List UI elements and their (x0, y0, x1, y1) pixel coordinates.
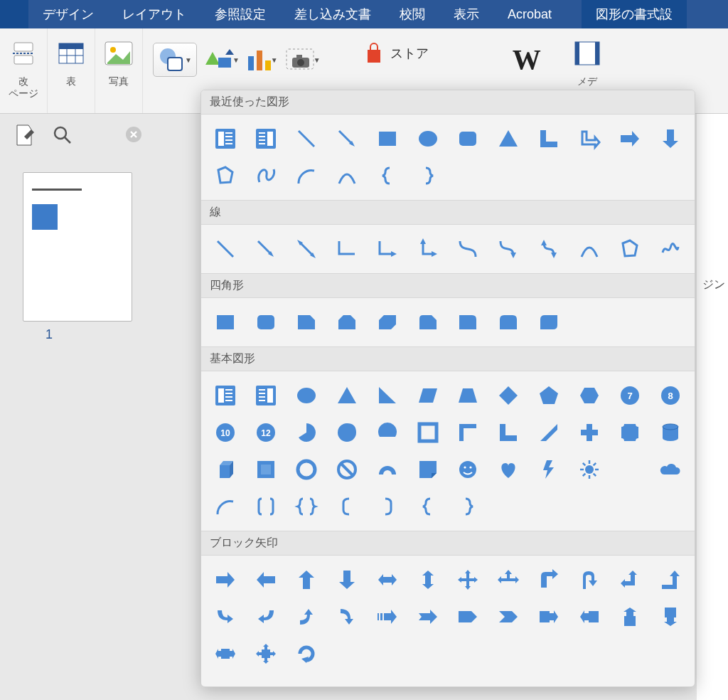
shape-snip-round[interactable] (407, 304, 448, 341)
shape-arc[interactable] (287, 157, 327, 194)
shape-right-arrow[interactable] (609, 120, 650, 157)
shape-vertical-text-box[interactable] (246, 120, 287, 157)
shape-pentagon[interactable] (529, 377, 569, 414)
shape-quad-arrow[interactable] (448, 561, 488, 598)
shape-left-up-arrow[interactable] (609, 561, 650, 598)
shape-elbow-arrow[interactable] (569, 120, 609, 157)
tab-references[interactable]: 参照設定 (200, 0, 280, 28)
shape-snip-single-corner[interactable] (287, 304, 327, 341)
screenshot-button[interactable]: ▼ (285, 48, 321, 72)
shape-snip-diag[interactable] (367, 304, 407, 341)
shape-curved-up[interactable] (287, 598, 327, 635)
store-button[interactable]: ストア (355, 43, 439, 64)
shape-plaque[interactable] (609, 414, 650, 451)
shape-curved-left[interactable] (246, 598, 287, 635)
shape-l-shape[interactable] (488, 414, 529, 451)
shape-chord[interactable] (367, 414, 407, 451)
shape-donut[interactable] (287, 451, 327, 488)
shape-smiley[interactable] (448, 451, 488, 488)
shape-chevron[interactable] (488, 598, 529, 635)
shape-frame[interactable] (407, 414, 448, 451)
wikipedia-button[interactable]: W (503, 43, 551, 76)
shape-text-box[interactable] (205, 377, 246, 414)
tab-design[interactable]: デザイン (28, 0, 108, 28)
shape-heptagon[interactable]: 7 (609, 377, 650, 414)
group-table[interactable]: 表 (48, 28, 95, 113)
shape-left-right-callout[interactable] (205, 635, 246, 672)
shape-sun[interactable] (569, 451, 609, 488)
shape-folded-corner[interactable] (407, 451, 448, 488)
shape-vertical-text-box[interactable] (246, 377, 287, 414)
shape-no-symbol[interactable] (326, 451, 367, 488)
shape-half-frame[interactable] (448, 414, 488, 451)
shape-left-right-arrow[interactable] (367, 561, 407, 598)
shape-curved-right[interactable] (205, 598, 246, 635)
shape-u-turn-arrow[interactable] (569, 561, 609, 598)
shape-freeform-scribble[interactable] (650, 230, 690, 267)
shape-round-single[interactable] (448, 304, 488, 341)
tab-layout[interactable]: レイアウト (108, 0, 200, 28)
shape-elbow-arrow-connector[interactable] (367, 230, 407, 267)
tab-mailmerge[interactable]: 差し込み文書 (280, 0, 385, 28)
shapes-dropdown-button[interactable]: ▼ (153, 43, 197, 77)
shape-elbow-connector[interactable] (326, 230, 367, 267)
tab-view[interactable]: 表示 (439, 0, 493, 28)
shape-up-arrow[interactable] (287, 561, 327, 598)
shape-curve-double-arrow[interactable] (529, 230, 569, 267)
shape-callout-up[interactable] (609, 598, 650, 635)
shape-l-shape[interactable] (529, 120, 569, 157)
close-pane-icon[interactable] (125, 126, 142, 147)
shape-oval[interactable] (407, 120, 448, 157)
shape-snip-same-side[interactable] (326, 304, 367, 341)
shape-freeform-loop[interactable] (246, 157, 287, 194)
shape-moon[interactable] (609, 451, 650, 488)
tab-acrobat[interactable]: Acrobat (493, 0, 566, 28)
group-page-break[interactable]: 改 ページ (0, 28, 48, 113)
shape-lightning[interactable] (529, 451, 569, 488)
shape-curved-down[interactable] (326, 598, 367, 635)
shape-right-brace[interactable] (448, 488, 488, 525)
shape-callout-right[interactable] (529, 598, 569, 635)
shape-can[interactable] (650, 414, 690, 451)
shape-trapezoid[interactable] (448, 377, 488, 414)
shape-diamond[interactable] (488, 377, 529, 414)
shape-pie[interactable] (287, 414, 327, 451)
shape-triangle[interactable] (488, 120, 529, 157)
shape-arrow[interactable] (246, 230, 287, 267)
shape-triangle[interactable] (326, 377, 367, 414)
shape-teardrop[interactable] (326, 414, 367, 451)
tab-shape-format[interactable]: 図形の書式設 (582, 0, 687, 28)
shape-rectangle[interactable] (367, 120, 407, 157)
shape-striped-right[interactable] (367, 598, 407, 635)
shape-block-arc[interactable] (367, 451, 407, 488)
shape-parallelogram[interactable] (407, 377, 448, 414)
shape-cube[interactable] (205, 451, 246, 488)
shape-notched-right[interactable] (407, 598, 448, 635)
shape-double-arrow[interactable] (287, 230, 327, 267)
shape-freeform-closed[interactable] (609, 230, 650, 267)
page-thumbnail[interactable] (23, 172, 132, 322)
shape-double-bracket[interactable] (246, 488, 287, 525)
shape-line[interactable] (287, 120, 327, 157)
shape-dodecagon[interactable]: 12 (246, 414, 287, 451)
shape-right-triangle[interactable] (367, 377, 407, 414)
shape-text-box[interactable] (205, 120, 246, 157)
shape-left-brace[interactable] (367, 157, 407, 194)
shape-callout-down[interactable] (650, 598, 690, 635)
shape-plus[interactable] (569, 414, 609, 451)
shape-line[interactable] (205, 230, 246, 267)
tab-review[interactable]: 校閲 (385, 0, 439, 28)
shape-oval[interactable] (287, 377, 327, 414)
shape-bent-arrow[interactable] (529, 561, 569, 598)
shape-curve-arrow-connector[interactable] (488, 230, 529, 267)
group-picture[interactable]: 写真 (95, 28, 143, 113)
shape-curve[interactable] (326, 157, 367, 194)
shape-bent-up-arrow[interactable] (650, 561, 690, 598)
shape-down-arrow[interactable] (326, 561, 367, 598)
shape-diag-stripe[interactable] (529, 414, 569, 451)
shape-quad-callout[interactable] (246, 635, 287, 672)
shape-rounded-rectangle[interactable] (246, 304, 287, 341)
shape-curve-connector[interactable] (448, 230, 488, 267)
shape-elbow-double-arrow[interactable] (407, 230, 448, 267)
shape-curve[interactable] (569, 230, 609, 267)
